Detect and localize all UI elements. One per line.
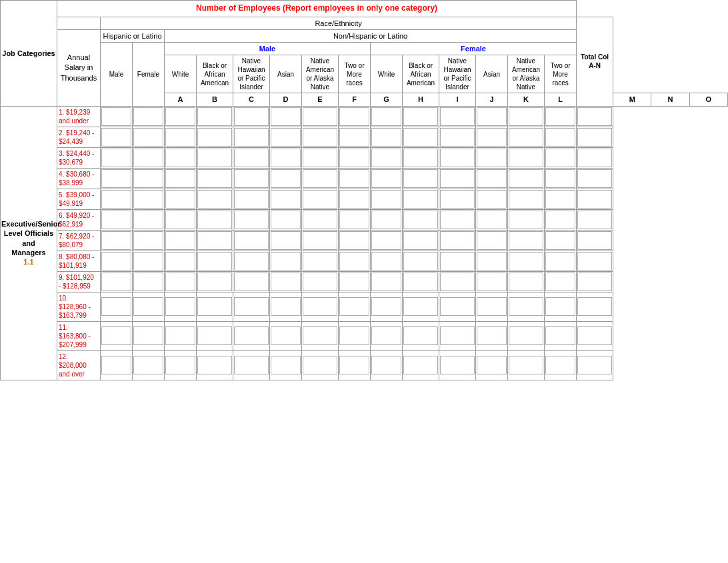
input-i9[interactable] [371,271,403,292]
input-d6[interactable] [197,209,233,230]
input-l3[interactable] [476,147,508,168]
input-o5[interactable] [577,189,613,209]
input-n12[interactable] [545,350,577,380]
input-g3[interactable] [302,147,339,168]
input-a2[interactable] [101,127,133,147]
input-o11[interactable] [577,321,613,350]
input-f7[interactable] [270,230,302,251]
input-e5[interactable] [233,189,270,209]
input-c9[interactable] [165,271,197,292]
input-m10[interactable] [508,292,545,321]
input-h8[interactable] [339,251,371,271]
input-d12[interactable] [197,350,233,380]
input-e10[interactable] [233,292,270,321]
input-k10[interactable] [439,292,476,321]
input-c8[interactable] [165,251,197,271]
input-j2[interactable] [403,127,439,147]
input-b12[interactable] [133,350,165,380]
input-a10[interactable] [101,292,133,321]
input-b4[interactable] [133,168,165,189]
input-f6[interactable] [270,209,302,230]
input-f10[interactable] [270,292,302,321]
input-g12[interactable] [302,350,339,380]
input-f9[interactable] [270,271,302,292]
input-a5[interactable] [101,189,133,209]
input-g8[interactable] [302,251,339,271]
input-m5[interactable] [508,189,545,209]
input-a8[interactable] [101,251,133,271]
input-g4[interactable] [302,168,339,189]
input-m12[interactable] [508,350,545,380]
input-n1[interactable] [545,106,577,127]
input-j4[interactable] [403,168,439,189]
input-c5[interactable] [165,189,197,209]
input-e8[interactable] [233,251,270,271]
input-b3[interactable] [133,147,165,168]
input-d11[interactable] [197,321,233,350]
input-b11[interactable] [133,321,165,350]
input-h7[interactable] [339,230,371,251]
input-d5[interactable] [197,189,233,209]
input-l8[interactable] [476,251,508,271]
input-n9[interactable] [545,271,577,292]
input-d8[interactable] [197,251,233,271]
input-b1[interactable] [133,106,165,127]
input-c7[interactable] [165,230,197,251]
input-k4[interactable] [439,168,476,189]
input-g5[interactable] [302,189,339,209]
input-h1[interactable] [339,106,371,127]
input-g2[interactable] [302,127,339,147]
input-h3[interactable] [339,147,371,168]
input-i8[interactable] [371,251,403,271]
input-n5[interactable] [545,189,577,209]
input-g7[interactable] [302,230,339,251]
input-o3[interactable] [577,147,613,168]
input-m2[interactable] [508,127,545,147]
input-f5[interactable] [270,189,302,209]
input-o10[interactable] [577,292,613,321]
input-i10[interactable] [371,292,403,321]
input-n2[interactable] [545,127,577,147]
input-a6[interactable] [101,209,133,230]
input-n10[interactable] [545,292,577,321]
input-b8[interactable] [133,251,165,271]
input-i5[interactable] [371,189,403,209]
input-k5[interactable] [439,189,476,209]
input-j12[interactable] [403,350,439,380]
input-e3[interactable] [233,147,270,168]
input-i1[interactable] [371,106,403,127]
input-i2[interactable] [371,127,403,147]
input-m6[interactable] [508,209,545,230]
input-c3[interactable] [165,147,197,168]
input-n11[interactable] [545,321,577,350]
input-b7[interactable] [133,230,165,251]
input-j7[interactable] [403,230,439,251]
input-l7[interactable] [476,230,508,251]
input-b6[interactable] [133,209,165,230]
input-a11[interactable] [101,321,133,350]
input-f8[interactable] [270,251,302,271]
input-l10[interactable] [476,292,508,321]
input-k1[interactable] [439,106,476,127]
input-m11[interactable] [508,321,545,350]
input-g11[interactable] [302,321,339,350]
input-b9[interactable] [133,271,165,292]
input-k9[interactable] [439,271,476,292]
input-e12[interactable] [233,350,270,380]
input-a4[interactable] [101,168,133,189]
input-f2[interactable] [270,127,302,147]
input-n4[interactable] [545,168,577,189]
input-a3[interactable] [101,147,133,168]
input-e7[interactable] [233,230,270,251]
input-i6[interactable] [371,209,403,230]
input-e9[interactable] [233,271,270,292]
input-d9[interactable] [197,271,233,292]
input-k3[interactable] [439,147,476,168]
input-m9[interactable] [508,271,545,292]
input-c4[interactable] [165,168,197,189]
input-l9[interactable] [476,271,508,292]
input-c6[interactable] [165,209,197,230]
input-b5[interactable] [133,189,165,209]
input-l1[interactable] [476,106,508,127]
input-l6[interactable] [476,209,508,230]
